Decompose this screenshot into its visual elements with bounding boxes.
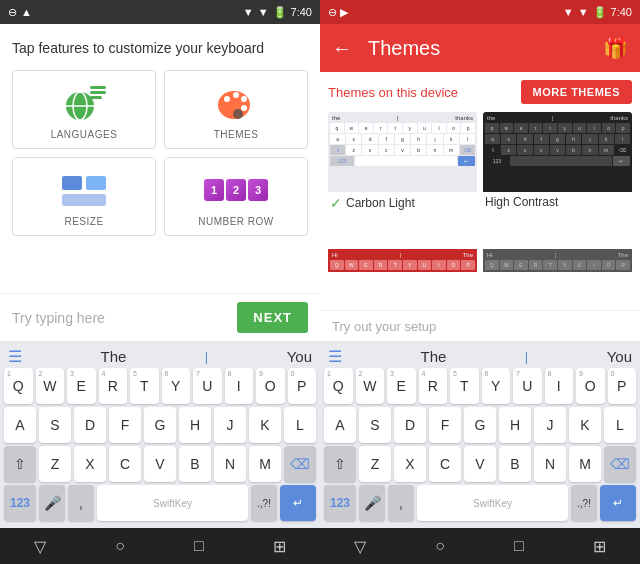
right-status-bar: ⊖ ▶ ▼ ▼ 🔋 7:40 bbox=[320, 0, 640, 24]
r-key-shift[interactable]: ⇧ bbox=[324, 446, 356, 482]
r-key-H[interactable]: H bbox=[499, 407, 531, 443]
r-key-M[interactable]: M bbox=[569, 446, 601, 482]
svg-rect-12 bbox=[62, 176, 82, 190]
r-nav-keyboard[interactable]: ⊞ bbox=[593, 537, 606, 556]
r-key-Q[interactable]: 1Q bbox=[324, 368, 353, 404]
r-key-X[interactable]: X bbox=[394, 446, 426, 482]
languages-tile[interactable]: LANGUAGES bbox=[12, 70, 156, 149]
key-E[interactable]: 3E bbox=[67, 368, 96, 404]
theme-4[interactable]: Hi | The QW ER TY UI OP bbox=[483, 220, 632, 306]
key-C[interactable]: C bbox=[109, 446, 141, 482]
key-Q[interactable]: 1Q bbox=[4, 368, 33, 404]
r-key-A[interactable]: A bbox=[324, 407, 356, 443]
r-key-W[interactable]: 2W bbox=[356, 368, 385, 404]
key-M[interactable]: M bbox=[249, 446, 281, 482]
r-key-Z[interactable]: Z bbox=[359, 446, 391, 482]
r-key-C[interactable]: C bbox=[429, 446, 461, 482]
high-contrast-name: High Contrast bbox=[485, 195, 558, 209]
key-D[interactable]: D bbox=[74, 407, 106, 443]
key-period[interactable]: .,?! bbox=[251, 485, 277, 521]
resize-icon-container bbox=[60, 170, 108, 210]
r-key-V[interactable]: V bbox=[464, 446, 496, 482]
r-key-enter[interactable]: ↵ bbox=[600, 485, 636, 521]
key-O[interactable]: 9O bbox=[256, 368, 285, 404]
r-key-G[interactable]: G bbox=[464, 407, 496, 443]
key-I[interactable]: 8I bbox=[225, 368, 254, 404]
right-menu-icon[interactable]: ☰ bbox=[328, 347, 342, 366]
gift-icon[interactable]: 🎁 bbox=[603, 36, 628, 60]
r-key-K[interactable]: K bbox=[569, 407, 601, 443]
key-G[interactable]: G bbox=[144, 407, 176, 443]
r-key-I[interactable]: 8I bbox=[545, 368, 574, 404]
r-key-U[interactable]: 7U bbox=[513, 368, 542, 404]
theme-carbon-light[interactable]: the | thanks qw er ty ui op as bbox=[328, 112, 477, 214]
themes-device-row: Themes on this device MORE THEMES bbox=[328, 80, 632, 104]
key-L[interactable]: L bbox=[284, 407, 316, 443]
resize-tile[interactable]: RESIZE bbox=[12, 157, 156, 236]
theme-high-contrast[interactable]: the | thanks qw er ty ui op as bbox=[483, 112, 632, 214]
key-F[interactable]: F bbox=[109, 407, 141, 443]
r-key-J[interactable]: J bbox=[534, 407, 566, 443]
key-X[interactable]: X bbox=[74, 446, 106, 482]
r-key-L[interactable]: L bbox=[604, 407, 636, 443]
nav-keyboard[interactable]: ⊞ bbox=[273, 537, 286, 556]
r-key-P[interactable]: 0P bbox=[608, 368, 637, 404]
key-Y[interactable]: 6Y bbox=[162, 368, 191, 404]
r-key-E[interactable]: 3E bbox=[387, 368, 416, 404]
key-A[interactable]: A bbox=[4, 407, 36, 443]
key-mic[interactable]: 🎤 bbox=[39, 485, 65, 521]
key-enter[interactable]: ↵ bbox=[280, 485, 316, 521]
r-key-Y[interactable]: 6Y bbox=[482, 368, 511, 404]
nav-back[interactable]: ▽ bbox=[34, 537, 46, 556]
key-V[interactable]: V bbox=[144, 446, 176, 482]
left-menu-icon[interactable]: ☰ bbox=[8, 347, 22, 366]
r-nav-home[interactable]: ○ bbox=[435, 537, 445, 555]
key-B[interactable]: B bbox=[179, 446, 211, 482]
r-key-B[interactable]: B bbox=[499, 446, 531, 482]
r-key-N[interactable]: N bbox=[534, 446, 566, 482]
more-themes-button[interactable]: MORE THEMES bbox=[521, 80, 632, 104]
r-key-R[interactable]: 4R bbox=[419, 368, 448, 404]
nav-home[interactable]: ○ bbox=[115, 537, 125, 555]
next-button[interactable]: NEXT bbox=[237, 302, 308, 333]
key-123[interactable]: 123 bbox=[4, 485, 36, 521]
r-key-T[interactable]: 5T bbox=[450, 368, 479, 404]
key-T[interactable]: 5T bbox=[130, 368, 159, 404]
key-backspace[interactable]: ⌫ bbox=[284, 446, 316, 482]
r-key-F[interactable]: F bbox=[429, 407, 461, 443]
r-key-D[interactable]: D bbox=[394, 407, 426, 443]
number-row-tile[interactable]: 1 2 3 NUMBER ROW bbox=[164, 157, 308, 236]
key-U[interactable]: 7U bbox=[193, 368, 222, 404]
key-shift[interactable]: ⇧ bbox=[4, 446, 36, 482]
key-P[interactable]: 0P bbox=[288, 368, 317, 404]
left-suggest-you[interactable]: You bbox=[287, 348, 312, 365]
palette-icon bbox=[214, 85, 258, 121]
key-Z[interactable]: Z bbox=[39, 446, 71, 482]
r-key-S[interactable]: S bbox=[359, 407, 391, 443]
r-key-space[interactable]: SwiftKey bbox=[417, 485, 568, 521]
r-nav-recents[interactable]: □ bbox=[514, 537, 524, 555]
key-J[interactable]: J bbox=[214, 407, 246, 443]
key-R[interactable]: 4R bbox=[99, 368, 128, 404]
key-S[interactable]: S bbox=[39, 407, 71, 443]
right-suggest-you[interactable]: You bbox=[607, 348, 632, 365]
key-H[interactable]: H bbox=[179, 407, 211, 443]
key-N[interactable]: N bbox=[214, 446, 246, 482]
r-key-123[interactable]: 123 bbox=[324, 485, 356, 521]
r-key-comma[interactable]: , bbox=[388, 485, 414, 521]
r-key-backspace[interactable]: ⌫ bbox=[604, 446, 636, 482]
key-W[interactable]: 2W bbox=[36, 368, 65, 404]
r-key-mic[interactable]: 🎤 bbox=[359, 485, 385, 521]
back-button[interactable]: ← bbox=[332, 37, 352, 60]
r-nav-back[interactable]: ▽ bbox=[354, 537, 366, 556]
left-suggest-the[interactable]: The bbox=[100, 348, 126, 365]
nav-recents[interactable]: □ bbox=[194, 537, 204, 555]
r-key-period[interactable]: .,?! bbox=[571, 485, 597, 521]
key-K[interactable]: K bbox=[249, 407, 281, 443]
theme-3[interactable]: Hi | The QW ER TY UI OP bbox=[328, 220, 477, 306]
key-comma[interactable]: , bbox=[68, 485, 94, 521]
right-suggest-the[interactable]: The bbox=[420, 348, 446, 365]
r-key-O[interactable]: 9O bbox=[576, 368, 605, 404]
key-space[interactable]: SwiftKey bbox=[97, 485, 248, 521]
themes-tile[interactable]: THEMES bbox=[164, 70, 308, 149]
